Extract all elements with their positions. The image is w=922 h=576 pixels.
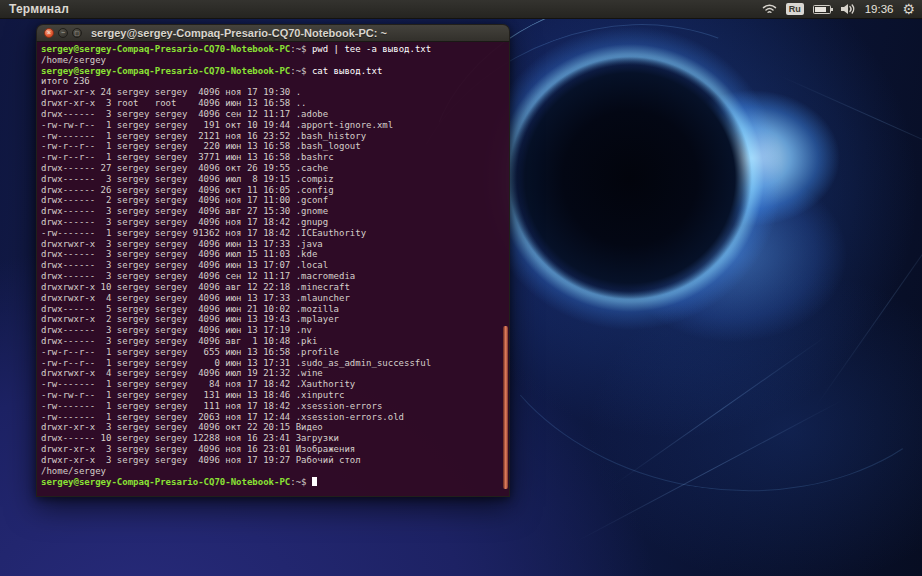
maximize-button[interactable]: ▢ (72, 28, 82, 38)
terminal-cursor (312, 477, 317, 487)
terminal-line: drwxr-xr-x 3 sergey sergey 4096 окт 22 2… (41, 422, 509, 433)
terminal-line: drwx------ 2 sergey sergey 4096 ноя 17 1… (41, 195, 509, 206)
terminal-body[interactable]: sergey@sergey-Compaq-Presario-CQ70-Noteb… (36, 42, 510, 497)
terminal-line: drwx------ 10 sergey sergey 12288 ноя 16… (41, 433, 509, 444)
terminal-line: -rw-r--r-- 1 sergey sergey 655 июн 13 16… (41, 347, 509, 358)
terminal-line: drwx------ 3 sergey sergey 4096 авг 27 1… (41, 206, 509, 217)
close-button[interactable]: × (44, 28, 54, 38)
terminal-line: итого 236 (41, 76, 509, 87)
terminal-line: sergey@sergey-Compaq-Presario-CQ70-Noteb… (41, 66, 509, 77)
terminal-line: drwx------ 3 sergey sergey 4096 июл 8 19… (41, 174, 509, 185)
terminal-line: -rw-r--r-- 1 sergey sergey 0 июн 13 17:3… (41, 358, 509, 369)
terminal-line: drwx------ 5 sergey sergey 4096 июн 21 1… (41, 304, 509, 315)
wallpaper-streak (613, 336, 827, 486)
terminal-line: drwx------ 3 sergey sergey 4096 сен 12 1… (41, 271, 509, 282)
terminal-output: sergey@sergey-Compaq-Presario-CQ70-Noteb… (41, 44, 509, 487)
terminal-line: drwxr-xr-x 3 sergey sergey 4096 ноя 16 2… (41, 444, 509, 455)
terminal-line: drwx------ 3 sergey sergey 4096 июн 13 1… (41, 260, 509, 271)
terminal-line: drwxr-xr-x 3 sergey sergey 4096 ноя 17 1… (41, 455, 509, 466)
terminal-line: -rw-rw-r-- 1 sergey sergey 131 июн 13 18… (41, 390, 509, 401)
terminal-line: /home/sergey (41, 466, 509, 477)
keyboard-layout-badge[interactable]: Ru (786, 3, 804, 15)
system-tray: Ru 19:36 ⚙ (762, 2, 922, 16)
terminal-line: sergey@sergey-Compaq-Presario-CQ70-Noteb… (41, 477, 509, 488)
terminal-line: drwxr-xr-x 24 sergey sergey 4096 ноя 17 … (41, 87, 509, 98)
terminal-line: /home/sergey (41, 55, 509, 66)
terminal-line: drwx------ 3 sergey sergey 4096 июл 15 1… (41, 249, 509, 260)
terminal-line: drwxrwxr-x 4 sergey sergey 4096 июн 13 1… (41, 293, 509, 304)
terminal-line: -rw------- 1 sergey sergey 91362 ноя 17 … (41, 228, 509, 239)
desktop: Терминал Ru 19:36 ⚙ (0, 0, 922, 576)
terminal-line: -rw------- 1 sergey sergey 2063 ноя 17 1… (41, 412, 509, 423)
terminal-line: drwxrwxr-x 10 sergey sergey 4096 авг 12 … (41, 282, 509, 293)
window-title: sergey@sergey-Compaq-Presario-CQ70-Noteb… (91, 27, 387, 39)
wallpaper-light-arc (445, 56, 922, 524)
network-icon[interactable] (762, 3, 777, 15)
battery-icon[interactable] (813, 5, 831, 14)
wallpaper-streak (815, 194, 922, 408)
terminal-window: × − ▢ sergey@sergey-Compaq-Presario-CQ70… (36, 24, 510, 497)
session-gear-icon[interactable]: ⚙ (902, 2, 915, 16)
terminal-line: -rw-r--r-- 1 sergey sergey 220 июн 13 16… (41, 141, 509, 152)
terminal-line: -rw------- 1 sergey sergey 111 ноя 17 18… (41, 401, 509, 412)
top-panel: Терминал Ru 19:36 ⚙ (0, 0, 922, 19)
terminal-line: drwxrwxr-x 4 sergey sergey 4096 июл 19 2… (41, 368, 509, 379)
terminal-line: -rw------- 1 sergey sergey 84 ноя 17 18:… (41, 379, 509, 390)
terminal-line: drwxrwxr-x 3 sergey sergey 4096 июн 13 1… (41, 239, 509, 250)
terminal-line: -rw-rw-r-- 1 sergey sergey 191 окт 10 19… (41, 120, 509, 131)
active-app-title: Терминал (0, 2, 69, 16)
terminal-line: drwx------ 3 sergey sergey 4096 сен 12 1… (41, 109, 509, 120)
terminal-line: -rw-r--r-- 1 sergey sergey 3771 июн 13 1… (41, 152, 509, 163)
terminal-line: drwxr-xr-x 3 root root 4096 июн 13 16:58… (41, 98, 509, 109)
clock[interactable]: 19:36 (865, 3, 894, 15)
terminal-line: drwx------ 3 sergey sergey 4096 июн 13 1… (41, 325, 509, 336)
wallpaper-streak (577, 400, 842, 542)
scrollbar-thumb[interactable] (503, 326, 508, 489)
terminal-line: drwx------ 3 sergey sergey 4096 авг 1 10… (41, 336, 509, 347)
minimize-button[interactable]: − (58, 28, 68, 38)
terminal-line: drwxrwxr-x 2 sergey sergey 4096 июн 13 1… (41, 314, 509, 325)
terminal-titlebar[interactable]: × − ▢ sergey@sergey-Compaq-Presario-CQ70… (36, 24, 510, 42)
volume-icon[interactable] (840, 3, 856, 15)
terminal-line: -rw------- 1 sergey sergey 2121 ноя 16 2… (41, 131, 509, 142)
terminal-line: drwx------ 27 sergey sergey 4096 окт 26 … (41, 163, 509, 174)
battery-fill (815, 7, 826, 12)
terminal-line: drwx------ 26 sergey sergey 4096 окт 11 … (41, 185, 509, 196)
terminal-line: sergey@sergey-Compaq-Presario-CQ70-Noteb… (41, 44, 509, 55)
terminal-line: drwx------ 3 sergey sergey 4096 ноя 17 1… (41, 217, 509, 228)
wallpaper-streak (779, 75, 922, 165)
